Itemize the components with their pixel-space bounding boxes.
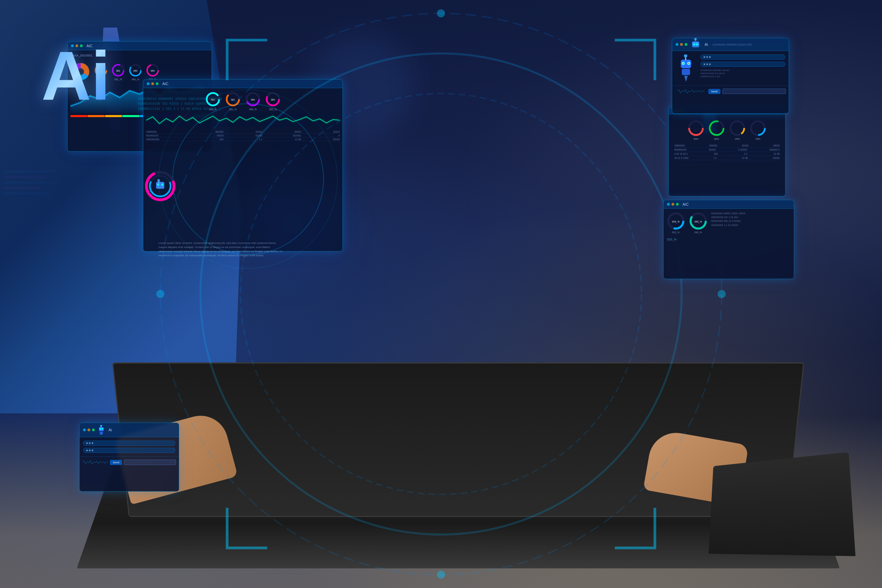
svg-point-34 [718, 290, 726, 298]
chatbot-bl-content [80, 437, 179, 456]
metrics-gauge-2-label: 80% [714, 138, 719, 140]
chatbot-tr-title: Ai [705, 42, 708, 46]
metrics-row-2: 001001010010101 01010010101 0 [674, 148, 780, 152]
ai-main-panel: Ai [0, 0, 152, 152]
chatbot-bl-input-area[interactable]: Send [80, 456, 179, 468]
chatbot-bl-dot-b [89, 442, 91, 444]
svg-point-56 [684, 54, 687, 57]
chat-dot-3 [709, 56, 711, 58]
chatbot-bubble-2 [700, 62, 785, 67]
chatbot-bl-titlebar: Ai [80, 423, 179, 437]
svg-point-74 [102, 428, 104, 430]
metrics-row-3: 1 01 10 10 11011 111 00 [674, 152, 780, 156]
chatbot-tr-data-lines: 1010001001 00000001 101010 010001010100 … [700, 69, 785, 78]
svg-point-73 [100, 428, 101, 430]
chatbot-bl-bubble-1 [83, 441, 176, 446]
metrics-gauge-3: 15% [728, 119, 746, 140]
svg-text:060_%: 060_% [694, 220, 702, 223]
right-dot-1 [667, 203, 670, 206]
chat-dot-4 [704, 63, 705, 65]
svg-point-45 [158, 179, 160, 182]
svg-point-33 [437, 9, 445, 17]
right-data-titlebar: AiC [664, 200, 794, 209]
chatbot-tr-messages: 1010001001 00000001 101010 010001010100 … [700, 54, 785, 82]
svg-point-35 [437, 571, 445, 579]
chatbot-bl-dot-c [92, 442, 93, 444]
chatbot-tr-titlebar: Ai 1010001001 00000001 101010 1001 [672, 38, 789, 51]
ai-main-text: Ai [41, 41, 110, 110]
svg-text:003_%: 003_% [672, 220, 680, 223]
chatbot-tr-input-area[interactable]: Send [672, 86, 789, 97]
chatbot-eye-left [693, 44, 695, 45]
metrics-gauges-row: 50% 80% 15% [672, 117, 782, 142]
chatbot-bl-dot-2 [87, 429, 90, 431]
chat-dot-2 [706, 56, 708, 58]
svg-point-36 [156, 290, 164, 298]
chatbot-tr-dot-2 [680, 43, 683, 46]
metrics-gauge-3-label: 15% [735, 138, 740, 140]
svg-point-31 [201, 53, 682, 535]
metrics-data-rows: 100010010010011010110010 001001010010101… [672, 142, 782, 162]
chat-dot-6 [709, 63, 711, 65]
metrics-content: 50% 80% 15% [669, 114, 785, 164]
svg-rect-63 [682, 69, 690, 75]
chatbot-bl-dot-d [86, 450, 88, 451]
chatbot-bl-title: Ai [108, 428, 112, 432]
metrics-gauge-2: 80% [708, 119, 726, 140]
metrics-row-4: 10 11 0 10101 111 0001010 [674, 156, 780, 160]
metrics-gauge-4: 25% [749, 119, 767, 140]
chatbot-tr-avatar [676, 54, 696, 82]
circle-ring-panel [143, 169, 177, 203]
svg-rect-41 [156, 182, 164, 189]
waveform-svg [675, 88, 706, 95]
value-020: 020_% [664, 236, 794, 243]
chatbot-bl-dot-3 [92, 429, 95, 431]
chatbot-bl-waveform [82, 459, 108, 466]
chatbot-bl-dot-e [89, 450, 91, 451]
right-data-panel: AiC 003_% 003_% 060_% 060_% [663, 200, 794, 279]
chatbot-tr-dot-3 [685, 43, 687, 46]
metrics-panel-right: 50% 80% 15% [668, 107, 786, 196]
chat-input-field-bl[interactable] [124, 459, 176, 465]
chatbot-tr-content: 1010001001 00000001 101010 010001010100 … [672, 51, 789, 86]
right-data-content: 003_% 003_% 060_% 060_% 001001001 00001 … [664, 209, 794, 236]
metrics-row-1: 100010010010011010110010 [674, 144, 780, 148]
chatbot-bl-bubble-2 [83, 448, 176, 453]
send-button-tr[interactable]: Send [708, 89, 720, 94]
donut-2-container: 060_% 060_% [689, 212, 708, 234]
donut-1-container: 003_% 003_% [666, 212, 685, 234]
right-data-text: 001001001 00001 10101 10010 100100100 10… [711, 212, 791, 234]
chat-dot-1 [704, 56, 705, 58]
background-scene: AiC AAA_0010001 [0, 0, 882, 588]
svg-point-62 [688, 63, 689, 64]
chat-input-field-tr[interactable] [723, 88, 786, 94]
chatbot-bl-dot-a [86, 442, 88, 444]
chatbot-antenna [695, 39, 696, 41]
svg-rect-75 [100, 432, 103, 434]
right-data-title: AiC [682, 202, 689, 206]
right-dot-3 [676, 203, 679, 206]
metrics-gauge-4-label: 25% [756, 138, 760, 140]
chatbot-bl-dot-1 [83, 429, 86, 431]
svg-point-42 [157, 184, 159, 186]
svg-point-43 [161, 184, 163, 186]
metrics-gauge-1-label: 50% [693, 138, 698, 140]
chatbot-bl-dot-f [92, 450, 93, 451]
chatbot-robot-head [692, 42, 699, 48]
right-dot-2 [672, 203, 674, 206]
send-button-bl[interactable]: Send [110, 460, 122, 465]
chatbot-tr-dot-1 [676, 43, 678, 46]
chatbot-tr-data: 1010001001 00000001 101010 1001 [712, 44, 752, 46]
svg-point-61 [683, 63, 684, 64]
chatbot-bubble-1 [700, 54, 785, 60]
donut-1-label: 003_% [672, 231, 680, 234]
chatbot-tr-robot-icon [692, 42, 699, 48]
metrics-gauge-1: 50% [687, 119, 705, 140]
svg-point-32 [240, 94, 642, 495]
chatbot-bl-robot [98, 425, 105, 435]
chatbot-panel-bottom-left: Ai Send [79, 423, 179, 492]
svg-point-72 [100, 425, 102, 426]
donut-2-label: 060_% [694, 231, 702, 234]
svg-point-30 [160, 14, 722, 574]
chat-dot-5 [706, 63, 708, 65]
